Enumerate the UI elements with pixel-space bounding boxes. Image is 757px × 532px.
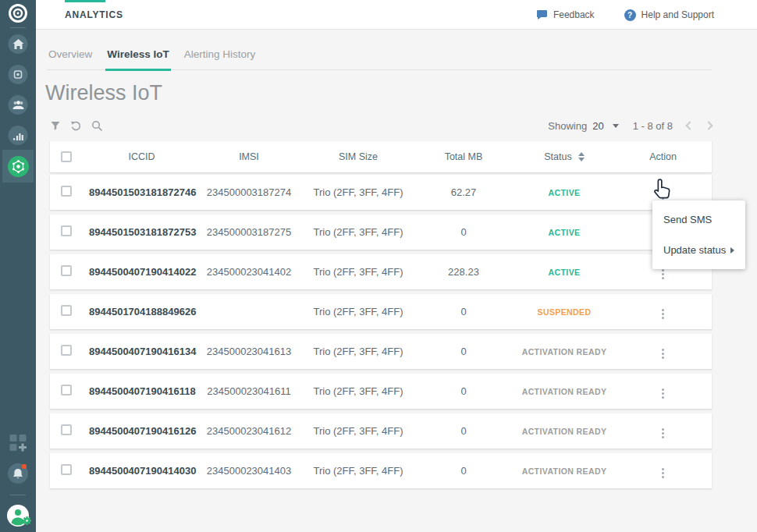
search-icon[interactable] xyxy=(91,120,103,132)
imsi-cell: 234500023041402 xyxy=(194,266,304,278)
total-mb-cell: 0 xyxy=(413,306,514,317)
feedback-label: Feedback xyxy=(553,9,595,20)
total-mb-cell: 0 xyxy=(413,226,514,238)
row-checkbox[interactable] xyxy=(61,225,72,236)
row-checkbox[interactable] xyxy=(61,385,72,395)
row-actions-menu-icon[interactable] xyxy=(657,465,669,481)
column-header-status: Status xyxy=(514,151,614,162)
iccid-cell: 8944500407190416126 xyxy=(89,425,194,437)
sim-size-cell: Trio (2FF, 3FF, 4FF) xyxy=(304,465,413,477)
row-actions-menu-icon[interactable] xyxy=(657,346,669,362)
page-size-value: 20 xyxy=(592,120,603,132)
brand-logo-icon[interactable] xyxy=(7,2,29,24)
row-actions-menu-icon[interactable] xyxy=(657,425,669,442)
sim-size-cell: Trio (2FF, 3FF, 4FF) xyxy=(304,306,413,317)
iccid-cell: 8944500407190414030 xyxy=(89,465,194,477)
table-row[interactable]: 8944500407190416126 234500023041612 Trio… xyxy=(50,413,712,449)
table-row[interactable]: 8944500407190416118 234500023041611 Trio… xyxy=(50,374,712,409)
table-row[interactable]: 8944501503181872753 234500003187275 Trio… xyxy=(50,215,712,250)
status-badge: ACTIVATION READY xyxy=(514,347,614,356)
total-mb-cell: 0 xyxy=(413,465,514,477)
imsi-cell: 234500023041613 xyxy=(194,346,304,357)
sidebar-item-wireless-iot[interactable] xyxy=(2,150,34,183)
previous-page-icon[interactable] xyxy=(685,121,694,129)
table-header-row: ICCID IMSI SIM Size Total MB Status Acti… xyxy=(50,141,712,172)
row-checkbox[interactable] xyxy=(61,464,72,475)
showing-label: Showing xyxy=(548,120,587,132)
sim-size-cell: Trio (2FF, 3FF, 4FF) xyxy=(304,385,413,397)
total-mb-cell: 0 xyxy=(413,385,514,397)
row-checkbox[interactable] xyxy=(61,424,72,435)
menu-item-update-status[interactable]: Update status xyxy=(652,235,745,265)
row-actions-menu-icon[interactable] xyxy=(657,306,669,322)
main-content: Overview Wireless IoT Alerting History W… xyxy=(36,30,757,532)
pagination-range: 1 - 8 of 8 xyxy=(633,120,673,132)
sims-table: ICCID IMSI SIM Size Total MB Status Acti… xyxy=(50,141,712,488)
settings-gear-icon[interactable] xyxy=(23,514,31,528)
sim-size-cell: Trio (2FF, 3FF, 4FF) xyxy=(304,266,413,278)
iccid-cell: 8944501503181872753 xyxy=(89,226,194,238)
submenu-arrow-icon xyxy=(730,247,734,254)
imsi-cell: 234500023041612 xyxy=(194,425,304,437)
add-apps-grid-icon[interactable] xyxy=(9,434,27,452)
sort-icon[interactable] xyxy=(578,152,585,161)
row-actions-menu-icon[interactable] xyxy=(657,385,669,402)
home-icon[interactable] xyxy=(9,34,28,54)
row-actions-context-menu: Send SMS Update status xyxy=(652,200,745,269)
imsi-cell: 234500003187274 xyxy=(194,186,304,198)
table-row[interactable]: 8944500407190416134 234500023041613 Trio… xyxy=(50,334,712,369)
total-mb-cell: 0 xyxy=(413,425,514,437)
apps-icon[interactable] xyxy=(9,65,28,84)
iccid-cell: 8944501704188849626 xyxy=(89,306,194,317)
iccid-cell: 8944500407190416134 xyxy=(89,346,194,357)
feedback-bubble-icon xyxy=(536,9,548,20)
row-checkbox[interactable] xyxy=(61,186,72,197)
table-row[interactable]: 8944501503181872746 234500003187274 Trio… xyxy=(50,175,712,210)
status-badge: ACTIVE xyxy=(514,228,614,237)
column-header-sim-size: SIM Size xyxy=(304,151,413,162)
table-row[interactable]: 8944500407190414022 234500023041402 Trio… xyxy=(50,254,712,289)
table-toolbar: Showing 20 1 - 8 of 8 xyxy=(50,118,712,133)
iccid-cell: 8944500407190414022 xyxy=(89,266,194,278)
avatar[interactable] xyxy=(7,505,29,527)
status-badge: ACTIVE xyxy=(514,188,614,197)
total-mb-cell: 0 xyxy=(413,346,514,357)
help-and-support-button[interactable]: ? Help and Support xyxy=(624,9,714,21)
tab-overview[interactable]: Overview xyxy=(47,44,94,71)
row-checkbox[interactable] xyxy=(61,265,72,276)
sidebar xyxy=(0,0,36,532)
top-app-bar: ANALYTICS Feedback ? Help and Support xyxy=(36,0,757,30)
tab-wireless-iot[interactable]: Wireless IoT xyxy=(105,44,170,71)
sidebar-divider xyxy=(10,27,26,28)
status-badge: SUSPENDED xyxy=(514,307,614,317)
table-row[interactable]: 8944500407190414030 234500023041403 Trio… xyxy=(50,453,712,488)
sim-size-cell: Trio (2FF, 3FF, 4FF) xyxy=(304,346,413,357)
select-all-checkbox[interactable] xyxy=(61,151,72,162)
tab-bar: Overview Wireless IoT Alerting History xyxy=(47,44,712,70)
page-size-select[interactable]: Showing 20 xyxy=(548,120,618,132)
iccid-cell: 8944501503181872746 xyxy=(89,186,194,198)
imsi-cell: 234500023041611 xyxy=(194,385,304,397)
sim-size-cell: Trio (2FF, 3FF, 4FF) xyxy=(304,226,413,238)
row-checkbox[interactable] xyxy=(61,345,72,356)
imsi-cell: 234500023041403 xyxy=(194,465,304,477)
help-question-icon: ? xyxy=(624,9,636,21)
iccid-cell: 8944500407190416118 xyxy=(89,385,194,397)
table-row[interactable]: 8944501704188849626 Trio (2FF, 3FF, 4FF)… xyxy=(50,294,712,329)
analytics-bars-icon[interactable] xyxy=(9,126,28,145)
imsi-cell: 234500003187275 xyxy=(194,226,304,238)
column-header-iccid: ICCID xyxy=(89,151,194,162)
notifications-bell-icon[interactable] xyxy=(8,463,28,484)
filter-icon[interactable] xyxy=(50,120,61,131)
sidebar-divider-bottom xyxy=(10,495,26,495)
row-checkbox[interactable] xyxy=(61,305,72,316)
users-icon[interactable] xyxy=(9,95,28,115)
chevron-down-icon xyxy=(613,124,619,128)
refresh-icon[interactable] xyxy=(70,120,82,132)
menu-item-send-sms[interactable]: Send SMS xyxy=(652,204,745,235)
total-mb-cell: 228.23 xyxy=(413,266,514,278)
tab-alerting-history[interactable]: Alerting History xyxy=(183,44,258,71)
sim-size-cell: Trio (2FF, 3FF, 4FF) xyxy=(304,425,413,437)
next-page-icon[interactable] xyxy=(704,121,713,129)
feedback-button[interactable]: Feedback xyxy=(536,9,595,20)
